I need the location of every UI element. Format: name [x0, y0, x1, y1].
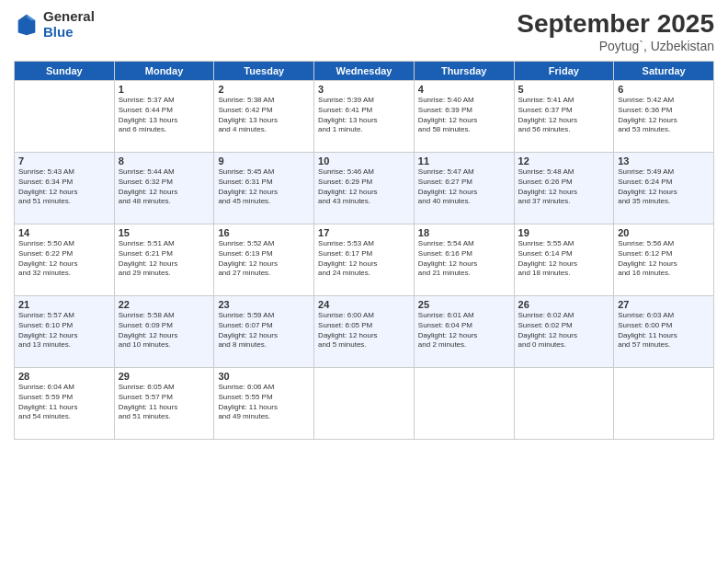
calendar-cell: 10Sunrise: 5:46 AMSunset: 6:29 PMDayligh…: [314, 153, 415, 224]
day-number: 14: [18, 227, 110, 238]
day-info: Sunrise: 5:53 AMSunset: 6:17 PMDaylight:…: [318, 239, 410, 279]
week-row-4: 21Sunrise: 5:57 AMSunset: 6:10 PMDayligh…: [15, 296, 714, 368]
calendar-table: Sunday Monday Tuesday Wednesday Thursday…: [14, 61, 714, 440]
calendar-cell: 23Sunrise: 5:59 AMSunset: 6:07 PMDayligh…: [214, 296, 314, 368]
calendar-cell: 18Sunrise: 5:54 AMSunset: 6:16 PMDayligh…: [414, 224, 514, 296]
calendar-cell: 27Sunrise: 6:03 AMSunset: 6:00 PMDayligh…: [614, 296, 714, 368]
week-row-1: 1Sunrise: 5:37 AMSunset: 6:44 PMDaylight…: [15, 81, 714, 153]
day-info: Sunrise: 5:55 AMSunset: 6:14 PMDaylight:…: [518, 239, 610, 279]
logo-text: General Blue: [43, 9, 95, 40]
day-number: 16: [218, 227, 310, 238]
logo: General Blue: [14, 9, 95, 40]
day-number: 19: [518, 227, 610, 238]
calendar-cell: 1Sunrise: 5:37 AMSunset: 6:44 PMDaylight…: [114, 81, 214, 153]
day-number: 7: [18, 155, 110, 167]
col-saturday: Saturday: [614, 62, 714, 81]
day-info: Sunrise: 5:48 AMSunset: 6:26 PMDaylight:…: [518, 167, 610, 207]
day-number: 26: [518, 299, 610, 310]
day-info: Sunrise: 6:01 AMSunset: 6:04 PMDaylight:…: [418, 311, 510, 350]
calendar-cell: 5Sunrise: 5:41 AMSunset: 6:37 PMDaylight…: [514, 81, 614, 153]
day-info: Sunrise: 5:49 AMSunset: 6:24 PMDaylight:…: [618, 167, 710, 207]
day-number: 6: [618, 84, 710, 95]
calendar-cell: 16Sunrise: 5:52 AMSunset: 6:19 PMDayligh…: [214, 224, 314, 296]
calendar-cell: 21Sunrise: 5:57 AMSunset: 6:10 PMDayligh…: [15, 296, 115, 368]
calendar-cell: [614, 368, 714, 440]
calendar-cell: 22Sunrise: 5:58 AMSunset: 6:09 PMDayligh…: [114, 296, 214, 368]
day-info: Sunrise: 5:43 AMSunset: 6:34 PMDaylight:…: [18, 167, 110, 207]
day-number: 9: [218, 155, 310, 167]
day-number: 28: [18, 371, 110, 382]
day-info: Sunrise: 5:44 AMSunset: 6:32 PMDaylight:…: [119, 167, 210, 207]
day-info: Sunrise: 5:47 AMSunset: 6:27 PMDaylight:…: [418, 167, 510, 207]
day-info: Sunrise: 6:03 AMSunset: 6:00 PMDaylight:…: [618, 311, 710, 350]
calendar-cell: 24Sunrise: 6:00 AMSunset: 6:05 PMDayligh…: [314, 296, 415, 368]
day-info: Sunrise: 5:57 AMSunset: 6:10 PMDaylight:…: [18, 311, 110, 350]
day-info: Sunrise: 5:42 AMSunset: 6:36 PMDaylight:…: [618, 96, 710, 135]
header: General Blue September 2025 Poytug`, Uzb…: [14, 9, 714, 53]
day-number: 17: [318, 227, 410, 238]
day-info: Sunrise: 5:51 AMSunset: 6:21 PMDaylight:…: [119, 239, 210, 279]
day-number: 20: [618, 227, 710, 238]
day-number: 25: [418, 299, 510, 310]
day-info: Sunrise: 5:58 AMSunset: 6:09 PMDaylight:…: [119, 311, 210, 350]
calendar-cell: 6Sunrise: 5:42 AMSunset: 6:36 PMDaylight…: [614, 81, 714, 153]
day-info: Sunrise: 5:52 AMSunset: 6:19 PMDaylight:…: [218, 239, 310, 279]
day-info: Sunrise: 6:05 AMSunset: 5:57 PMDaylight:…: [119, 383, 210, 422]
calendar-cell: [314, 368, 415, 440]
calendar-cell: 3Sunrise: 5:39 AMSunset: 6:41 PMDaylight…: [314, 81, 415, 153]
header-row: Sunday Monday Tuesday Wednesday Thursday…: [15, 62, 714, 81]
calendar-cell: 14Sunrise: 5:50 AMSunset: 6:22 PMDayligh…: [15, 224, 115, 296]
day-number: 12: [518, 155, 610, 167]
day-info: Sunrise: 5:59 AMSunset: 6:07 PMDaylight:…: [218, 311, 310, 350]
calendar-cell: [414, 368, 514, 440]
calendar-cell: [15, 81, 115, 153]
calendar-cell: 13Sunrise: 5:49 AMSunset: 6:24 PMDayligh…: [614, 153, 714, 224]
day-number: 27: [618, 299, 710, 310]
day-info: Sunrise: 5:39 AMSunset: 6:41 PMDaylight:…: [318, 96, 410, 135]
day-info: Sunrise: 5:54 AMSunset: 6:16 PMDaylight:…: [418, 239, 510, 279]
day-number: 8: [119, 155, 210, 167]
calendar-cell: 9Sunrise: 5:45 AMSunset: 6:31 PMDaylight…: [214, 153, 314, 224]
month-title: September 2025: [517, 9, 714, 39]
day-info: Sunrise: 5:37 AMSunset: 6:44 PMDaylight:…: [119, 96, 210, 135]
col-thursday: Thursday: [414, 62, 514, 81]
calendar-cell: 4Sunrise: 5:40 AMSunset: 6:39 PMDaylight…: [414, 81, 514, 153]
calendar-cell: 29Sunrise: 6:05 AMSunset: 5:57 PMDayligh…: [114, 368, 214, 440]
col-wednesday: Wednesday: [314, 62, 415, 81]
day-info: Sunrise: 6:06 AMSunset: 5:55 PMDaylight:…: [218, 383, 310, 422]
day-number: 1: [119, 84, 210, 95]
week-row-5: 28Sunrise: 6:04 AMSunset: 5:59 PMDayligh…: [15, 368, 714, 440]
calendar-cell: 26Sunrise: 6:02 AMSunset: 6:02 PMDayligh…: [514, 296, 614, 368]
day-number: 15: [119, 227, 210, 238]
location: Poytug`, Uzbekistan: [517, 39, 714, 53]
calendar-cell: 28Sunrise: 6:04 AMSunset: 5:59 PMDayligh…: [15, 368, 115, 440]
svg-marker-0: [18, 14, 36, 34]
title-area: September 2025 Poytug`, Uzbekistan: [517, 9, 714, 53]
calendar-cell: 8Sunrise: 5:44 AMSunset: 6:32 PMDaylight…: [114, 153, 214, 224]
day-number: 4: [418, 84, 510, 95]
calendar-cell: 12Sunrise: 5:48 AMSunset: 6:26 PMDayligh…: [514, 153, 614, 224]
day-info: Sunrise: 6:04 AMSunset: 5:59 PMDaylight:…: [18, 383, 110, 422]
day-info: Sunrise: 5:38 AMSunset: 6:42 PMDaylight:…: [218, 96, 310, 135]
calendar-cell: 2Sunrise: 5:38 AMSunset: 6:42 PMDaylight…: [214, 81, 314, 153]
day-number: 5: [518, 84, 610, 95]
day-number: 22: [119, 299, 210, 310]
calendar-cell: 7Sunrise: 5:43 AMSunset: 6:34 PMDaylight…: [15, 153, 115, 224]
day-number: 29: [119, 371, 210, 382]
col-sunday: Sunday: [15, 62, 115, 81]
calendar-cell: 15Sunrise: 5:51 AMSunset: 6:21 PMDayligh…: [114, 224, 214, 296]
calendar-cell: 11Sunrise: 5:47 AMSunset: 6:27 PMDayligh…: [414, 153, 514, 224]
day-number: 18: [418, 227, 510, 238]
col-friday: Friday: [514, 62, 614, 81]
day-number: 23: [218, 299, 310, 310]
day-info: Sunrise: 6:00 AMSunset: 6:05 PMDaylight:…: [318, 311, 410, 350]
logo-general: General: [43, 9, 95, 25]
day-number: 21: [18, 299, 110, 310]
day-info: Sunrise: 5:45 AMSunset: 6:31 PMDaylight:…: [218, 167, 310, 207]
day-info: Sunrise: 5:46 AMSunset: 6:29 PMDaylight:…: [318, 167, 410, 207]
calendar-cell: 19Sunrise: 5:55 AMSunset: 6:14 PMDayligh…: [514, 224, 614, 296]
calendar-cell: [514, 368, 614, 440]
day-info: Sunrise: 6:02 AMSunset: 6:02 PMDaylight:…: [518, 311, 610, 350]
day-info: Sunrise: 5:50 AMSunset: 6:22 PMDaylight:…: [18, 239, 110, 279]
calendar-cell: 30Sunrise: 6:06 AMSunset: 5:55 PMDayligh…: [214, 368, 314, 440]
